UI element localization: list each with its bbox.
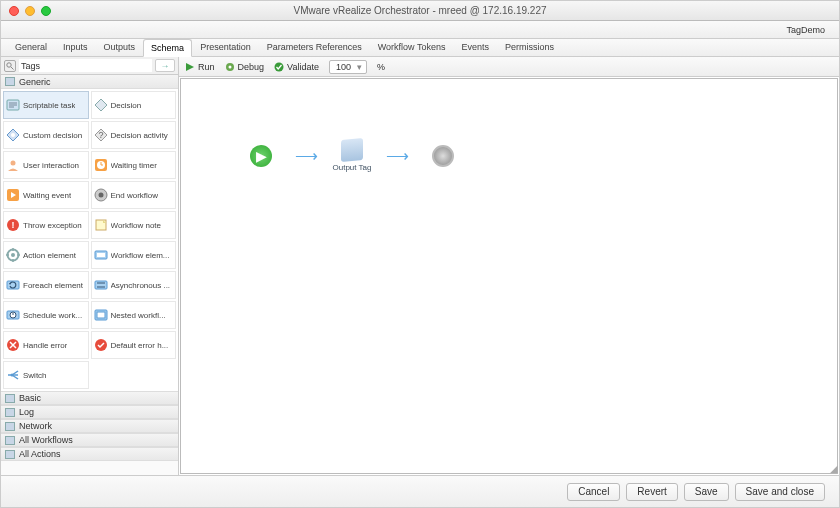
start-node[interactable]: ▶ — [241, 145, 281, 167]
category-all-actions[interactable]: All Actions — [1, 447, 178, 461]
palette-item-nested-workflow[interactable]: Nested workfl... — [91, 301, 177, 329]
search-input[interactable] — [19, 59, 152, 72]
palette-item-waiting-event[interactable]: Waiting event — [3, 181, 89, 209]
svg-text:!: ! — [12, 220, 15, 230]
context-bar: TagDemo — [1, 21, 839, 39]
schema-toolbar: Run Debug Validate 100 ▾ % — [179, 57, 839, 77]
palette-item-switch[interactable]: Switch — [3, 361, 89, 389]
tab-general[interactable]: General — [7, 38, 55, 56]
action-element-icon — [6, 248, 20, 262]
svg-point-25 — [11, 253, 15, 257]
svg-point-50 — [11, 374, 14, 377]
palette-search: → — [1, 57, 178, 75]
palette-item-throw-exception[interactable]: !Throw exception — [3, 211, 89, 239]
palette-sidebar: → Generic Scriptable taskDecisionCustom … — [1, 57, 179, 475]
svg-marker-6 — [95, 99, 107, 111]
category-basic[interactable]: Basic — [1, 391, 178, 405]
svg-line-1 — [11, 67, 14, 70]
folder-icon — [5, 394, 15, 403]
category-generic[interactable]: Generic — [1, 75, 178, 89]
svg-rect-34 — [95, 281, 107, 289]
resize-grip-icon[interactable]: ◢ — [830, 463, 838, 474]
search-go-button[interactable]: → — [155, 59, 175, 72]
end-node[interactable] — [423, 145, 463, 167]
debug-button[interactable]: Debug — [225, 62, 265, 72]
category-log[interactable]: Log — [1, 405, 178, 419]
palette-item-label: Schedule work... — [23, 311, 82, 320]
palette-item-label: Scriptable task — [23, 101, 75, 110]
save-and-close-button[interactable]: Save and close — [735, 483, 825, 501]
palette-item-default-error[interactable]: Default error h... — [91, 331, 177, 359]
palette-item-decision[interactable]: Decision — [91, 91, 177, 119]
palette-item-label: Switch — [23, 371, 47, 380]
decision-icon — [94, 98, 108, 112]
tab-workflow-tokens[interactable]: Workflow Tokens — [370, 38, 454, 56]
svg-rect-31 — [97, 253, 105, 257]
palette-item-workflow-note[interactable]: Workflow note — [91, 211, 177, 239]
palette-item-label: Decision activity — [111, 131, 168, 140]
palette-item-user-interaction[interactable]: User interaction — [3, 151, 89, 179]
footer: Cancel Revert Save Save and close — [1, 475, 839, 507]
start-icon: ▶ — [250, 145, 272, 167]
palette-item-label: Default error h... — [111, 341, 169, 350]
zoom-select[interactable]: 100 ▾ — [329, 60, 367, 74]
folder-icon — [5, 450, 15, 459]
palette-item-handle-error[interactable]: Handle error — [3, 331, 89, 359]
category-all-workflows[interactable]: All Workflows — [1, 433, 178, 447]
validate-button[interactable]: Validate — [274, 62, 319, 72]
tab-outputs[interactable]: Outputs — [96, 38, 144, 56]
palette-item-end-workflow[interactable]: End workflow — [91, 181, 177, 209]
palette-item-decision-activity[interactable]: ?Decision activity — [91, 121, 177, 149]
waiting-event-icon — [6, 188, 20, 202]
foreach-element-icon — [6, 278, 20, 292]
revert-button[interactable]: Revert — [626, 483, 677, 501]
titlebar: VMware vRealize Orchestrator - mreed @ 1… — [1, 1, 839, 21]
category-network[interactable]: Network — [1, 419, 178, 433]
schedule-workflow-icon — [6, 308, 20, 322]
palette-item-label: Action element — [23, 251, 76, 260]
run-button[interactable]: Run — [185, 62, 215, 72]
tab-parameters-references[interactable]: Parameters References — [259, 38, 370, 56]
workflow-canvas[interactable]: ▶ ⟶ Output Tag ⟶ — [180, 78, 838, 474]
palette-item-script[interactable]: Scriptable task — [3, 91, 89, 119]
svg-point-0 — [7, 62, 11, 66]
window-title: VMware vRealize Orchestrator - mreed @ 1… — [1, 5, 839, 16]
palette-item-asynchronous[interactable]: Asynchronous ... — [91, 271, 177, 299]
script-icon — [341, 138, 363, 162]
user-interaction-icon — [6, 158, 20, 172]
node-label: Output Tag — [333, 163, 372, 172]
palette-item-action-element[interactable]: Action element — [3, 241, 89, 269]
tab-schema[interactable]: Schema — [143, 39, 192, 57]
throw-exception-icon: ! — [6, 218, 20, 232]
palette-item-label: Foreach element — [23, 281, 83, 290]
palette-item-label: Custom decision — [23, 131, 82, 140]
waiting-timer-icon — [94, 158, 108, 172]
tab-inputs[interactable]: Inputs — [55, 38, 96, 56]
svg-point-8 — [11, 133, 15, 137]
palette-item-label: Waiting event — [23, 191, 71, 200]
folder-icon — [5, 408, 15, 417]
palette-item-schedule-workflow[interactable]: Schedule work... — [3, 301, 89, 329]
palette-item-foreach-element[interactable]: Foreach element — [3, 271, 89, 299]
tab-presentation[interactable]: Presentation — [192, 38, 259, 56]
tab-permissions[interactable]: Permissions — [497, 38, 562, 56]
palette-item-waiting-timer[interactable]: Waiting timer — [91, 151, 177, 179]
palette-item-label: End workflow — [111, 191, 159, 200]
scriptable-task-node[interactable]: Output Tag — [332, 139, 372, 172]
workflow-element-icon — [94, 248, 108, 262]
nested-workflow-icon — [94, 308, 108, 322]
custom-decision-icon — [6, 128, 20, 142]
svg-text:?: ? — [98, 130, 103, 140]
decision-activity-icon: ? — [94, 128, 108, 142]
asynchronous-icon — [94, 278, 108, 292]
script-icon — [6, 98, 20, 112]
save-button[interactable]: Save — [684, 483, 729, 501]
palette-item-workflow-element[interactable]: Workflow elem... — [91, 241, 177, 269]
palette-item-custom-decision[interactable]: Custom decision — [3, 121, 89, 149]
search-icon[interactable] — [4, 60, 16, 72]
cancel-button[interactable]: Cancel — [567, 483, 620, 501]
folder-icon — [5, 436, 15, 445]
tab-events[interactable]: Events — [453, 38, 497, 56]
svg-rect-41 — [97, 312, 105, 318]
palette-item-label: Nested workfl... — [111, 311, 166, 320]
